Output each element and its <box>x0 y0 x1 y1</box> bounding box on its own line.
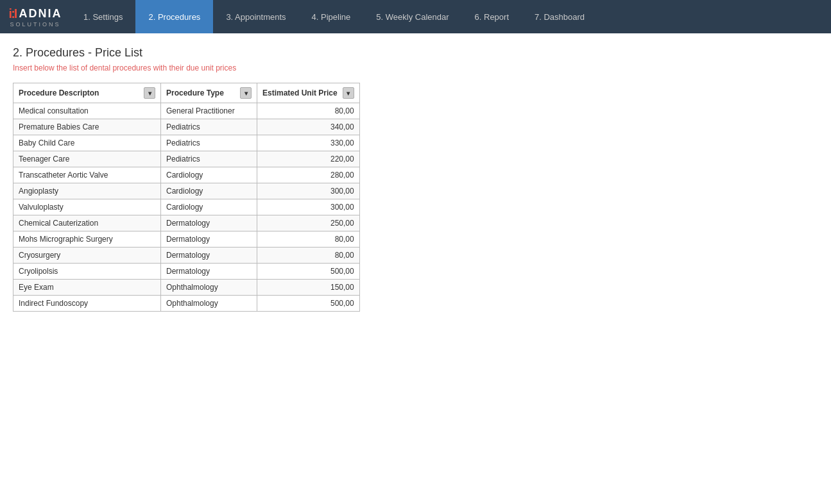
cell-price: 80,00 <box>257 248 360 264</box>
cell-price: 500,00 <box>257 264 360 280</box>
cell-type: Cardiology <box>161 199 257 215</box>
cell-desc: Premature Babies Care <box>13 119 161 135</box>
page-title: 2. Procedures - Price List <box>13 46 818 60</box>
cell-type: Pediatrics <box>161 135 257 151</box>
procedures-table: Procedure Descripton ▾ Procedure Type ▾ … <box>13 83 360 312</box>
cell-desc: Cryosurgery <box>13 248 161 264</box>
table-row: CryosurgeryDermatology80,00 <box>13 248 360 264</box>
cell-type: Pediatrics <box>161 119 257 135</box>
cell-price: 500,00 <box>257 296 360 312</box>
cell-type: Dermatology <box>161 264 257 280</box>
nav-settings[interactable]: 1. Settings <box>71 0 135 33</box>
table-row: Chemical CauterizationDermatology250,00 <box>13 215 360 231</box>
table-row: Transcatheter Aortic ValveCardiology280,… <box>13 167 360 183</box>
table-row: CryolipolsisDermatology500,00 <box>13 264 360 280</box>
cell-type: Dermatology <box>161 215 257 231</box>
cell-type: Ophthalmology <box>161 280 257 296</box>
cell-price: 330,00 <box>257 135 360 151</box>
nav-items: 1. Settings 2. Procedures 3. Appointment… <box>71 0 831 33</box>
main-content: 2. Procedures - Price List Insert below … <box>0 33 831 324</box>
main-nav: i:I ADNIA SOLUTIONS 1. Settings 2. Proce… <box>0 0 831 33</box>
nav-report[interactable]: 6. Report <box>462 0 522 33</box>
col-header-price: Estimated Unit Price ▾ <box>257 83 360 103</box>
col-header-type: Procedure Type ▾ <box>161 83 257 103</box>
filter-desc-btn[interactable]: ▾ <box>144 87 155 99</box>
cell-price: 300,00 <box>257 199 360 215</box>
logo-icon: i:I <box>9 6 17 21</box>
cell-type: Ophthalmology <box>161 296 257 312</box>
nav-pipeline[interactable]: 4. Pipeline <box>299 0 364 33</box>
cell-price: 280,00 <box>257 167 360 183</box>
logo: i:I ADNIA SOLUTIONS <box>0 4 71 30</box>
table-row: ValvuloplastyCardiology300,00 <box>13 199 360 215</box>
table-row: Medical consultationGeneral Practitioner… <box>13 103 360 119</box>
cell-desc: Baby Child Care <box>13 135 161 151</box>
cell-desc: Indirect Fundoscopy <box>13 296 161 312</box>
table-row: AngioplastyCardiology300,00 <box>13 183 360 199</box>
cell-desc: Eye Exam <box>13 280 161 296</box>
cell-type: Dermatology <box>161 231 257 248</box>
cell-price: 80,00 <box>257 231 360 248</box>
cell-desc: Valvuloplasty <box>13 199 161 215</box>
cell-type: Cardiology <box>161 183 257 199</box>
cell-price: 340,00 <box>257 119 360 135</box>
nav-weekly-calendar[interactable]: 5. Weekly Calendar <box>363 0 461 33</box>
table-row: Indirect FundoscopyOphthalmology500,00 <box>13 296 360 312</box>
logo-text: ADNIA <box>19 7 62 21</box>
table-row: Premature Babies CarePediatrics340,00 <box>13 119 360 135</box>
nav-appointments[interactable]: 3. Appointments <box>213 0 298 33</box>
filter-type-btn[interactable]: ▾ <box>240 87 252 99</box>
cell-desc: Teenager Care <box>13 151 161 167</box>
logo-sub: SOLUTIONS <box>10 21 60 28</box>
cell-price: 220,00 <box>257 151 360 167</box>
cell-desc: Angioplasty <box>13 183 161 199</box>
cell-desc: Cryolipolsis <box>13 264 161 280</box>
cell-price: 80,00 <box>257 103 360 119</box>
cell-type: Dermatology <box>161 248 257 264</box>
page-subtitle: Insert below the list of dental procedur… <box>13 63 818 72</box>
filter-price-btn[interactable]: ▾ <box>343 87 354 99</box>
cell-desc: Transcatheter Aortic Valve <box>13 167 161 183</box>
nav-dashboard[interactable]: 7. Dashboard <box>522 0 597 33</box>
cell-desc: Medical consultation <box>13 103 161 119</box>
cell-type: General Practitioner <box>161 103 257 119</box>
cell-price: 300,00 <box>257 183 360 199</box>
cell-price: 150,00 <box>257 280 360 296</box>
table-row: Eye ExamOphthalmology150,00 <box>13 280 360 296</box>
table-row: Mohs Micrographic SurgeryDermatology80,0… <box>13 231 360 248</box>
table-row: Baby Child CarePediatrics330,00 <box>13 135 360 151</box>
nav-procedures[interactable]: 2. Procedures <box>135 0 213 33</box>
cell-desc: Chemical Cauterization <box>13 215 161 231</box>
cell-desc: Mohs Micrographic Surgery <box>13 231 161 248</box>
cell-type: Cardiology <box>161 167 257 183</box>
cell-price: 250,00 <box>257 215 360 231</box>
table-row: Teenager CarePediatrics220,00 <box>13 151 360 167</box>
col-header-desc: Procedure Descripton ▾ <box>13 83 161 103</box>
cell-type: Pediatrics <box>161 151 257 167</box>
